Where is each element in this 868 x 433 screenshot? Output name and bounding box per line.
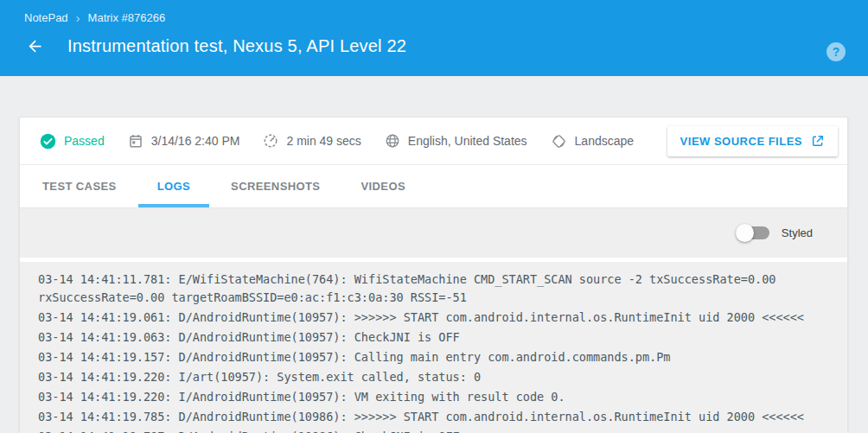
breadcrumb-parent[interactable]: NotePad — [24, 11, 68, 24]
styled-toggle-label: Styled — [782, 226, 813, 239]
timer-icon — [263, 133, 278, 149]
log-entry: 03-14 14:41:19.063: D/AndroidRuntime(109… — [38, 328, 830, 347]
summary-row: Passed 3/14/16 2:40 PM 2 — [20, 118, 847, 165]
log-line: 03-14 14:41:19.787: D/AndroidRuntime(109… — [38, 428, 830, 433]
screen-rotation-icon — [551, 133, 567, 150]
breadcrumb: NotePad › Matrix #876266 — [24, 11, 847, 24]
log-line: 03-14 14:41:19.785: D/AndroidRuntime(109… — [38, 408, 830, 426]
tab-test-cases[interactable]: TEST CASES — [23, 165, 136, 207]
summary-locale: English, United States — [385, 133, 527, 149]
status-label: Passed — [64, 134, 105, 148]
question-mark-icon: ? — [833, 45, 840, 59]
arrow-left-icon — [26, 37, 44, 55]
globe-icon — [385, 133, 400, 149]
log-entry: 03-14 14:41:19.787: D/AndroidRuntime(109… — [38, 428, 830, 433]
summary-date: 3/14/16 2:40 PM — [128, 133, 240, 149]
breadcrumb-current: Matrix #876266 — [88, 11, 166, 24]
view-source-files-label: VIEW SOURCE FILES — [680, 135, 802, 148]
summary-duration: 2 min 49 secs — [263, 133, 361, 149]
log-entry: 03-14 14:41:19.157: D/AndroidRuntime(109… — [38, 348, 830, 366]
date-label: 3/14/16 2:40 PM — [151, 134, 240, 148]
status-passed: Passed — [40, 133, 105, 150]
tabs-bar: TEST CASES LOGS SCREENSHOTS VIDEOS — [20, 165, 847, 208]
log-line: 03-14 14:41:19.220: I/AndroidRuntime(109… — [38, 388, 830, 406]
summary-orientation: Landscape — [551, 133, 635, 150]
test-result-card: Passed 3/14/16 2:40 PM 2 — [19, 117, 848, 433]
check-circle-icon — [40, 133, 56, 150]
log-entry: 03-14 14:41:19.061: D/AndroidRuntime(109… — [38, 309, 830, 327]
back-button[interactable] — [24, 35, 45, 56]
log-entry: 03-14 14:41:19.220: I/art(10957): System… — [38, 368, 830, 386]
log-line: 03-14 14:41:11.781: E/WifiStateMachine(7… — [38, 271, 830, 289]
log-line: 03-14 14:41:19.061: D/AndroidRuntime(109… — [38, 309, 830, 327]
log-output: 03-14 14:41:11.781: E/WifiStateMachine(7… — [20, 262, 847, 433]
view-source-files-button[interactable]: VIEW SOURCE FILES — [667, 126, 838, 156]
styled-toggle-knob[interactable] — [736, 224, 754, 242]
page-title: Instrumentation test, Nexus 5, API Level… — [67, 36, 406, 56]
log-entry: 03-14 14:41:11.781: E/WifiStateMachine(7… — [38, 271, 830, 307]
log-entry: 03-14 14:41:19.220: I/AndroidRuntime(109… — [38, 388, 830, 406]
calendar-icon — [128, 133, 144, 149]
open-in-new-icon — [811, 134, 825, 148]
styled-toggle[interactable] — [739, 226, 769, 239]
duration-label: 2 min 49 secs — [286, 134, 361, 148]
log-entry: 03-14 14:41:19.785: D/AndroidRuntime(109… — [38, 408, 830, 426]
app-bar: NotePad › Matrix #876266 Instrumentation… — [0, 0, 868, 76]
log-line: 03-14 14:41:19.063: D/AndroidRuntime(109… — [38, 328, 830, 347]
help-button[interactable]: ? — [827, 42, 846, 61]
log-line: rxSuccessRate=0.00 targetRoamBSSID=e0:ac… — [38, 289, 830, 307]
log-toolbar: Styled — [20, 208, 847, 262]
orientation-label: Landscape — [575, 134, 635, 148]
log-line: 03-14 14:41:19.157: D/AndroidRuntime(109… — [38, 348, 830, 366]
log-line: 03-14 14:41:19.220: I/art(10957): System… — [38, 368, 830, 386]
tab-screenshots[interactable]: SCREENSHOTS — [212, 165, 339, 207]
chevron-right-icon: › — [76, 11, 80, 24]
locale-label: English, United States — [408, 134, 527, 148]
tab-logs[interactable]: LOGS — [138, 165, 209, 207]
tab-videos[interactable]: VIDEOS — [341, 165, 424, 207]
